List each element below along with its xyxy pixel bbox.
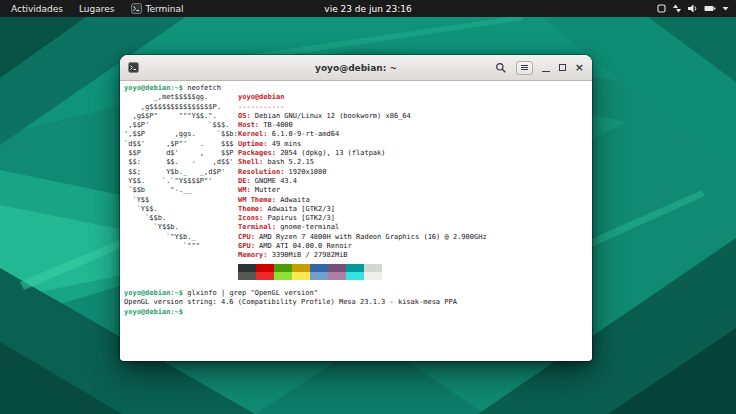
neofetch-info: yoyo@debian ----------- OS: Debian GNU/L… <box>238 93 592 279</box>
hamburger-icon <box>521 65 528 70</box>
neofetch-info-line: Memory: 3390MiB / 27982MiB <box>238 251 592 260</box>
neofetch-info-label: Uptime: <box>238 140 268 148</box>
neofetch-info-line: Packages: 2054 (dpkg), 13 (flatpak) <box>238 149 592 158</box>
menu-button[interactable] <box>516 61 533 75</box>
command-line-current: yoyo@debian:~$ <box>124 308 592 317</box>
minimize-button[interactable] <box>542 64 550 72</box>
neofetch-info-label: Packages: <box>238 149 276 157</box>
shell-prompt: yoyo@debian:~$ <box>124 289 183 297</box>
neofetch-info-label: Resolution: <box>238 168 284 176</box>
shell-prompt: yoyo@debian:~$ <box>124 84 183 92</box>
palette-swatch <box>256 264 274 272</box>
system-status-area[interactable] <box>657 4 736 13</box>
neofetch-info-label: Icons: <box>238 214 263 222</box>
terminal-app-icon <box>128 62 139 73</box>
palette-swatch <box>274 272 292 280</box>
neofetch-info-line: CPU: AMD Ryzen 7 4800H with Radeon Graph… <box>238 233 592 242</box>
neofetch-info-line: Uptime: 49 mins <box>238 140 592 149</box>
neofetch-info-line: WM: Mutter <box>238 186 592 195</box>
neofetch-info-line: Resolution: 1920x1080 <box>238 168 592 177</box>
palette-swatch <box>346 264 364 272</box>
palette-swatch <box>256 272 274 280</box>
volume-icon <box>688 4 698 13</box>
terminal-content[interactable]: yoyo@debian:~$ neofetch _,met$$$$$gg. ,g… <box>120 81 592 360</box>
neofetch-info-label: GPU: <box>238 242 255 250</box>
headerbar[interactable]: yoyo@debian: ~ × <box>120 55 592 81</box>
command-line-neofetch: yoyo@debian:~$ neofetch <box>124 84 592 93</box>
palette-swatch <box>310 264 328 272</box>
neofetch-info-line: OS: Debian GNU/Linux 12 (bookworm) x86_6… <box>238 112 592 121</box>
palette-swatch <box>328 264 346 272</box>
app-menu-label: Terminal <box>146 4 184 14</box>
clock[interactable]: vie 23 de jun 23:16 <box>324 4 411 14</box>
terminal-icon <box>131 3 142 14</box>
terminal-window: yoyo@debian: ~ × yoyo@debian:~$ neofetch… <box>120 55 592 361</box>
maximize-icon <box>559 64 566 71</box>
neofetch-ascii-logo: _,met$$$$$gg. ,g$$$$$$$$$$$$$$$P. ,g$$P"… <box>124 93 238 279</box>
app-menu-terminal[interactable]: Terminal <box>124 2 191 15</box>
command-text: glxinfo | grep "OpenGL version" <box>187 289 318 297</box>
close-button[interactable]: × <box>575 64 584 72</box>
neofetch-info-label: Host: <box>238 121 259 129</box>
neofetch-info-label: Kernel: <box>238 130 268 138</box>
neofetch-info-label: Memory: <box>238 251 268 259</box>
palette-row <box>238 272 592 280</box>
top-bar: Actividades Lugares Terminal vie 23 de j… <box>0 0 736 17</box>
neofetch-info-line: Icons: Papirus [GTK2/3] <box>238 214 592 223</box>
glxinfo-output: OpenGL version string: 4.6 (Compatibilit… <box>124 298 592 307</box>
neofetch-info-line: Host: TB-4000 <box>238 121 592 130</box>
neofetch-info-line: GPU: AMD ATI 04.00.0 Renoir <box>238 242 592 251</box>
network-icon <box>672 4 682 13</box>
neofetch-info-label: OS: <box>238 112 251 120</box>
activities-button[interactable]: Actividades <box>4 3 70 15</box>
shell-prompt: yoyo@debian:~$ <box>124 308 183 316</box>
palette-swatch <box>238 264 256 272</box>
palette-swatch <box>238 272 256 280</box>
neofetch-separator: ----------- <box>238 103 592 112</box>
blank-line <box>124 280 592 289</box>
neofetch-info-line: Terminal: gnome-terminal <box>238 223 592 232</box>
neofetch-info-line: WM Theme: Adwaita <box>238 196 592 205</box>
palette-swatch <box>310 272 328 280</box>
neofetch-info-lines: OS: Debian GNU/Linux 12 (bookworm) x86_6… <box>238 112 592 261</box>
palette-swatch <box>274 264 292 272</box>
command-text: neofetch <box>187 84 221 92</box>
palette-row <box>238 264 592 272</box>
neofetch-info-line: DE: GNOME 43.4 <box>238 177 592 186</box>
neofetch-info-line: Theme: Adwaita [GTK2/3] <box>238 205 592 214</box>
neofetch-info-label: WM Theme: <box>238 196 276 204</box>
neofetch-title: yoyo@debian <box>238 93 592 102</box>
neofetch-output: _,met$$$$$gg. ,g$$$$$$$$$$$$$$$P. ,g$$P"… <box>124 93 592 279</box>
palette-swatch <box>328 272 346 280</box>
palette-swatch <box>292 264 310 272</box>
neofetch-info-line: Kernel: 6.1.0-9-rt-amd64 <box>238 130 592 139</box>
neofetch-info-label: Theme: <box>238 205 263 213</box>
desktop: Actividades Lugares Terminal vie 23 de j… <box>0 0 736 414</box>
neofetch-info-label: CPU: <box>238 233 255 241</box>
neofetch-info-label: Shell: <box>238 158 263 166</box>
palette-swatch <box>364 272 382 280</box>
neofetch-info-label: DE: <box>238 177 251 185</box>
command-line-glxinfo: yoyo@debian:~$ glxinfo | grep "OpenGL ve… <box>124 289 592 298</box>
search-icon <box>495 62 507 74</box>
places-menu[interactable]: Lugares <box>72 3 122 15</box>
neofetch-info-label: WM: <box>238 186 251 194</box>
color-palette <box>238 264 592 280</box>
neofetch-info-label: Terminal: <box>238 223 276 231</box>
palette-swatch <box>292 272 310 280</box>
window-controls: × <box>495 61 584 75</box>
search-button[interactable] <box>495 62 507 74</box>
battery-icon <box>704 4 716 13</box>
chevron-down-icon <box>722 6 729 11</box>
palette-swatch <box>346 272 364 280</box>
status-icon <box>657 4 666 13</box>
topbar-left: Actividades Lugares Terminal <box>0 2 191 15</box>
neofetch-info-line: Shell: bash 5.2.15 <box>238 158 592 167</box>
palette-swatch <box>364 264 382 272</box>
minimize-icon <box>542 64 550 72</box>
maximize-button[interactable] <box>559 64 566 71</box>
